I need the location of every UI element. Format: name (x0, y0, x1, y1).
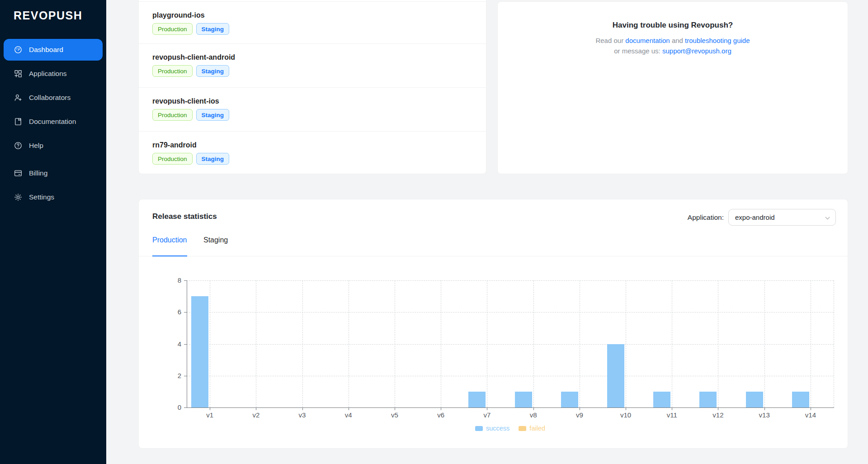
sidebar-item-collaborators[interactable]: Collaborators (4, 87, 103, 109)
badge-row: Production Staging (152, 153, 486, 165)
settings-icon (14, 193, 23, 202)
grid-v (626, 280, 626, 407)
app-name: playground-ios (152, 10, 486, 20)
sidebar-item-label: Dashboard (29, 46, 63, 54)
help-card: Having trouble using Revopush? Read our … (497, 1, 848, 174)
support-email-link[interactable]: support@revopush.org (662, 47, 731, 55)
applications-list: playground-ios Production Staging revopu… (139, 1, 486, 165)
xlabel: v8 (518, 411, 549, 419)
documentation-icon (14, 117, 23, 126)
bar (699, 392, 717, 407)
xlabel: v12 (702, 411, 734, 419)
help-title: Having trouble using Revopush? (498, 21, 848, 30)
production-badge[interactable]: Production (152, 109, 193, 121)
sidebar-item-label: Applications (29, 70, 67, 78)
staging-badge[interactable]: Staging (196, 153, 230, 165)
grid-v (764, 280, 765, 407)
dashboard-icon (14, 45, 23, 54)
app-row-revopush-client-ios[interactable]: revopush-client-ios Production Staging (139, 87, 486, 131)
ylabel: 0 (154, 403, 181, 411)
ylabel: 8 (154, 276, 181, 284)
help-line-docs: Read our documentation and troubleshooti… (498, 37, 848, 44)
xlabel: v9 (564, 411, 595, 419)
grid-h (187, 344, 834, 345)
xlabel: v14 (795, 411, 826, 419)
grid-h (187, 376, 834, 376)
xlabel: v6 (425, 411, 457, 419)
grid-v (718, 280, 718, 407)
badge-row: Production Staging (152, 23, 486, 35)
grid-v (302, 280, 303, 407)
grid-v (811, 280, 811, 407)
troubleshooting-guide-link[interactable]: troubleshooting guide (685, 37, 750, 44)
sidebar-item-label: Documentation (29, 118, 76, 126)
app-row-rn79-android[interactable]: rn79-android Production Staging (139, 131, 486, 165)
success-swatch-icon (475, 426, 483, 431)
xlabel: v1 (194, 411, 226, 419)
sidebar: REVOPUSH Dashboard Applications Collabor… (0, 0, 106, 464)
xlabel: v7 (471, 411, 503, 419)
production-badge[interactable]: Production (152, 65, 193, 77)
legend-item-failed[interactable]: failed (519, 425, 545, 432)
grid-v (210, 280, 210, 407)
production-badge[interactable]: Production (152, 23, 193, 35)
sidebar-menu: Dashboard Applications Collaborators Doc… (4, 39, 103, 210)
legend-item-success[interactable]: success (475, 425, 509, 432)
help-text: and (670, 37, 685, 44)
ylabel: 2 (154, 372, 181, 379)
help-text: Read our (595, 37, 625, 44)
sidebar-item-documentation[interactable]: Documentation (4, 111, 103, 133)
sidebar-item-applications[interactable]: Applications (4, 63, 103, 85)
documentation-link[interactable]: documentation (625, 37, 670, 44)
bar (561, 392, 578, 407)
production-badge[interactable]: Production (152, 153, 193, 165)
staging-badge[interactable]: Staging (196, 65, 230, 77)
bar (515, 392, 532, 407)
bar (653, 392, 670, 407)
release-chart: 02468v1v2v3v4v5v6v7v8v9v10v11v12v13v14 (139, 199, 848, 448)
app-name: revopush-client-android (152, 52, 486, 62)
bar (792, 392, 809, 407)
billing-icon (14, 169, 23, 178)
chart-legend: success failed (187, 425, 834, 432)
grid-v (834, 280, 834, 407)
sidebar-item-billing[interactable]: Billing (4, 162, 103, 184)
applications-list-card: playground-ios Production Staging revopu… (138, 0, 486, 174)
bar (607, 344, 624, 408)
sidebar-item-help[interactable]: Help (4, 135, 103, 156)
xlabel: v11 (656, 411, 688, 419)
xlabel: v4 (333, 411, 364, 419)
xlabel: v2 (240, 411, 272, 419)
xlabel: v13 (749, 411, 780, 419)
applications-icon (14, 69, 23, 78)
bar (746, 392, 763, 407)
badge-row: Production Staging (152, 65, 486, 77)
grid-v (533, 280, 534, 407)
grid-v (672, 280, 672, 407)
xlabel: v10 (610, 411, 642, 419)
sidebar-item-label: Help (29, 142, 43, 150)
grid-v (580, 280, 580, 407)
ylabel: 6 (154, 308, 181, 316)
release-statistics-card: Release statistics Application: expo-and… (138, 199, 848, 449)
app-row-playground-ios[interactable]: playground-ios Production Staging (139, 1, 486, 43)
grid-v (349, 280, 349, 407)
grid-v (256, 280, 256, 407)
sidebar-item-label: Settings (29, 193, 54, 201)
bar (468, 392, 486, 407)
badge-row: Production Staging (152, 109, 486, 121)
staging-badge[interactable]: Staging (196, 23, 230, 35)
app-name: rn79-android (152, 140, 486, 150)
grid-v (487, 280, 487, 407)
grid-h (187, 312, 834, 312)
sidebar-item-label: Billing (29, 169, 47, 177)
app-name: revopush-client-ios (152, 96, 486, 106)
sidebar-item-settings[interactable]: Settings (4, 186, 103, 208)
failed-swatch-icon (519, 426, 526, 431)
staging-badge[interactable]: Staging (196, 109, 230, 121)
legend-label: failed (529, 425, 545, 432)
app-row-revopush-client-android[interactable]: revopush-client-android Production Stagi… (139, 43, 486, 87)
collaborators-icon (14, 93, 23, 102)
help-text: or message us: (614, 47, 662, 55)
sidebar-item-dashboard[interactable]: Dashboard (4, 39, 103, 61)
